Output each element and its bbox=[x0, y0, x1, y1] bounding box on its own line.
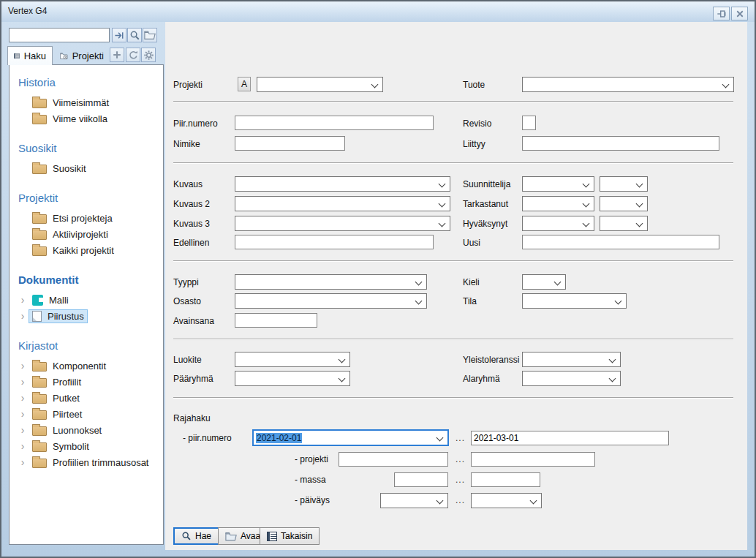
go-button[interactable] bbox=[112, 28, 126, 42]
item-content[interactable]: Symbolit bbox=[29, 439, 93, 453]
rajahaku-paivays-from-combo[interactable] bbox=[380, 493, 448, 508]
chevron-right-icon[interactable]: › bbox=[17, 425, 29, 435]
takaisin-button[interactable]: Takaisin bbox=[260, 527, 320, 545]
alaryhma-combo[interactable] bbox=[522, 371, 621, 386]
liittyy-input[interactable] bbox=[522, 136, 719, 151]
rajahaku-massa-from-input[interactable] bbox=[394, 472, 448, 487]
tab-haku[interactable]: Haku bbox=[7, 46, 53, 65]
chevron-right-icon[interactable]: › bbox=[17, 393, 29, 403]
kuvaus-label: Kuvaus bbox=[173, 179, 203, 189]
rajahaku-piir-numero-to-input[interactable] bbox=[471, 431, 669, 445]
rajahaku-massa-to-input[interactable] bbox=[471, 472, 540, 487]
project-a-button[interactable]: A bbox=[238, 77, 251, 91]
item-content[interactable]: Piirteet bbox=[29, 407, 86, 421]
item-content[interactable]: Etsi projekteja bbox=[29, 211, 116, 225]
revisio-input[interactable] bbox=[522, 116, 536, 130]
nimike-input[interactable] bbox=[235, 136, 345, 151]
sidebar-item-luonnokset[interactable]: ›Luonnokset bbox=[10, 422, 163, 438]
tab-projekti[interactable]: Projekti bbox=[54, 46, 110, 65]
edellinen-input[interactable] bbox=[235, 235, 434, 249]
chevron-right-icon[interactable]: › bbox=[17, 361, 29, 371]
suunnittelija-combo-2[interactable] bbox=[600, 176, 648, 192]
tyyppi-combo[interactable] bbox=[235, 274, 427, 290]
tila-combo[interactable] bbox=[522, 293, 627, 309]
item-content[interactable]: Viimeisimmät bbox=[29, 95, 113, 110]
sidebar-item-profiilien-trimmausosat[interactable]: ›Profiilien trimmausosat bbox=[10, 454, 163, 470]
search-button[interactable] bbox=[127, 28, 142, 42]
sidebar-item-putket[interactable]: ›Putket bbox=[10, 390, 163, 406]
sidebar-item-etsi-projekteja[interactable]: ›Etsi projekteja bbox=[10, 210, 163, 226]
item-content[interactable]: Malli bbox=[29, 293, 72, 307]
kuvaus-combo[interactable] bbox=[235, 176, 450, 192]
chevron-down-icon bbox=[583, 220, 590, 227]
selected-item-highlight[interactable]: Piirustus bbox=[29, 309, 88, 323]
sidebar-item-aktiiviprojekti[interactable]: ›Aktiiviprojekti bbox=[10, 226, 163, 242]
hyvaksynyt-combo-2[interactable] bbox=[600, 216, 648, 231]
item-content[interactable]: Aktiiviprojekti bbox=[29, 227, 112, 241]
sidebar-item-viimeisimmat[interactable]: ›Viimeisimmät bbox=[10, 94, 163, 110]
settings-button[interactable] bbox=[141, 48, 156, 62]
sidebar-item-viime-viikolla[interactable]: ›Viime viikolla bbox=[10, 110, 163, 127]
kuvaus3-label: Kuvaus 3 bbox=[173, 219, 210, 229]
pin-button[interactable] bbox=[713, 7, 730, 20]
avaa-button-label: Avaa bbox=[241, 531, 260, 541]
sidebar-item-kaikki-projektit[interactable]: ›Kaikki projektit bbox=[10, 242, 163, 258]
hyvaksynyt-combo[interactable] bbox=[522, 216, 594, 231]
sidebar-item-profiilit[interactable]: ›Profiilit bbox=[10, 374, 163, 390]
item-content[interactable]: Profiilien trimmausosat bbox=[29, 455, 153, 470]
sidebar-item-komponentit[interactable]: ›Komponentit bbox=[10, 358, 163, 374]
tuote-combo[interactable] bbox=[522, 77, 734, 92]
close-button[interactable] bbox=[731, 7, 748, 20]
item-content[interactable]: Profiilit bbox=[29, 374, 85, 389]
sidebar-item-malli[interactable]: ›Malli bbox=[10, 292, 163, 308]
sidebar-item-piirustus[interactable]: ›Piirustus bbox=[10, 308, 163, 324]
avainsana-input[interactable] bbox=[235, 313, 317, 328]
item-content[interactable]: Viime viikolla bbox=[29, 111, 111, 126]
sidebar-item-label: Piirustus bbox=[48, 311, 84, 322]
chevron-right-icon[interactable]: › bbox=[17, 295, 29, 305]
kieli-combo[interactable] bbox=[522, 274, 566, 290]
tarkastanut-combo[interactable] bbox=[522, 196, 594, 211]
item-content[interactable]: Kaikki projektit bbox=[29, 243, 118, 257]
add-tab-button[interactable] bbox=[110, 48, 124, 62]
open-folder-button[interactable] bbox=[143, 28, 157, 42]
chevron-right-icon[interactable]: › bbox=[17, 409, 29, 419]
tarkastanut-label: Tarkastanut bbox=[463, 199, 508, 209]
luokite-combo[interactable] bbox=[235, 352, 350, 367]
rajahaku-projekti-to-input[interactable] bbox=[471, 452, 595, 467]
paaryhma-combo[interactable] bbox=[235, 371, 350, 386]
chevron-down-icon bbox=[609, 375, 616, 382]
hae-button[interactable]: Hae bbox=[173, 527, 219, 545]
refresh-button[interactable] bbox=[126, 48, 140, 62]
chevron-right-icon[interactable]: › bbox=[17, 457, 29, 467]
yleistoleranssi-combo[interactable] bbox=[522, 352, 621, 367]
piir-numero-input[interactable] bbox=[235, 116, 434, 130]
item-content[interactable]: Komponentit bbox=[29, 358, 110, 373]
osasto-combo[interactable] bbox=[235, 293, 427, 309]
rajahaku-piir-numero-from-combo[interactable]: 2021-02-01 bbox=[252, 429, 449, 446]
hyvaksynyt-label: Hyväksynyt bbox=[463, 219, 507, 229]
kieli-label: Kieli bbox=[463, 277, 480, 287]
tarkastanut-combo-2[interactable] bbox=[600, 196, 648, 211]
search-icon bbox=[181, 531, 192, 541]
titlebar: Vertex G4 bbox=[1, 1, 755, 22]
suunnittelija-combo[interactable] bbox=[522, 176, 594, 192]
projekti-combo[interactable] bbox=[257, 77, 383, 92]
kuvaus3-combo[interactable] bbox=[235, 216, 450, 231]
quick-search-input[interactable] bbox=[9, 28, 110, 42]
sidebar-item-symbolit[interactable]: ›Symbolit bbox=[10, 438, 163, 454]
rajahaku-paivays-to-combo[interactable] bbox=[471, 493, 542, 508]
kuvaus2-combo[interactable] bbox=[235, 196, 450, 211]
sidebar-item-piirteet[interactable]: ›Piirteet bbox=[10, 406, 163, 422]
chevron-right-icon[interactable]: › bbox=[17, 377, 29, 387]
item-content[interactable]: Luonnokset bbox=[29, 423, 105, 437]
chevron-right-icon[interactable]: › bbox=[17, 441, 29, 451]
uusi-input[interactable] bbox=[522, 235, 719, 249]
sidebar-item-suosikit[interactable]: ›Suosikit bbox=[10, 160, 163, 176]
chevron-right-icon[interactable]: › bbox=[17, 311, 29, 321]
rajahaku-paivays-label: - päiväys bbox=[295, 495, 330, 505]
item-content[interactable]: Putket bbox=[29, 391, 83, 405]
item-content[interactable]: Suosikit bbox=[29, 161, 90, 176]
rajahaku-projekti-from-input[interactable] bbox=[339, 452, 448, 467]
rajahaku-piir-numero-label: - piir.numero bbox=[183, 433, 232, 443]
